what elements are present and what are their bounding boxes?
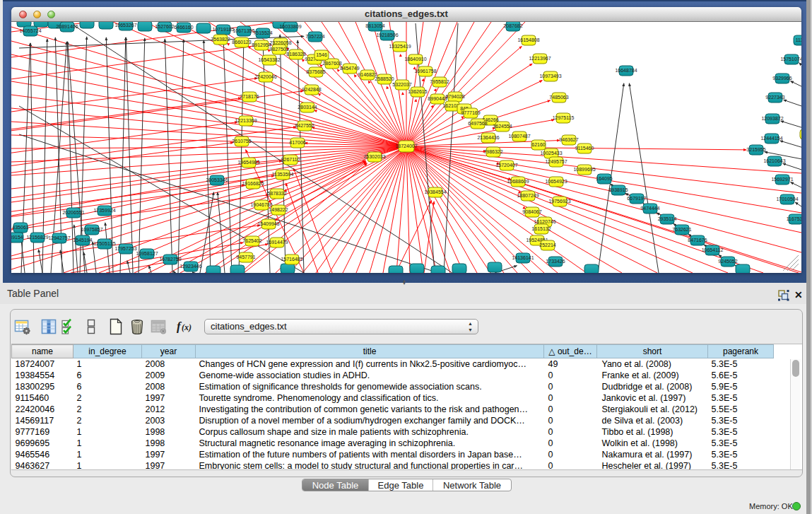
svg-text:20891406: 20891406 — [56, 24, 78, 29]
svg-text:8427552: 8427552 — [295, 123, 314, 128]
svg-text:6794028: 6794028 — [445, 94, 464, 99]
svg-text:16210643: 16210643 — [763, 158, 785, 163]
svg-text:9463627: 9463627 — [559, 137, 578, 142]
svg-text:39154: 39154 — [11, 235, 23, 240]
svg-text:1733426: 1733426 — [546, 259, 565, 264]
svg-text:8912954: 8912954 — [252, 42, 271, 47]
svg-text:7563822: 7563822 — [211, 37, 230, 42]
svg-text:20206551: 20206551 — [62, 210, 84, 215]
svg-text:6497568: 6497568 — [468, 121, 487, 126]
svg-text:8186328: 8186328 — [286, 52, 305, 57]
svg-text:22420046: 22420046 — [254, 74, 276, 79]
svg-text:8375685: 8375685 — [306, 69, 325, 74]
svg-text:10654112: 10654112 — [702, 247, 724, 252]
svg-text:19218506: 19218506 — [376, 33, 398, 37]
svg-text:19756923: 19756923 — [548, 199, 570, 204]
svg-text:10975857: 10975857 — [81, 227, 102, 232]
svg-text:10973493: 10973493 — [539, 74, 561, 78]
svg-text:9115460: 9115460 — [575, 146, 594, 151]
svg-text:12093872: 12093872 — [761, 116, 783, 121]
svg-text:1527602: 1527602 — [155, 24, 174, 29]
svg-text:12505135: 12505135 — [93, 241, 115, 246]
svg-text:14055724: 14055724 — [19, 28, 41, 33]
svg-text:252214: 252214 — [539, 243, 555, 247]
svg-text:2718176: 2718176 — [240, 94, 259, 99]
svg-text:12156829: 12156829 — [26, 235, 48, 240]
svg-text:10025433: 10025433 — [540, 151, 562, 156]
svg-text:1112: 1112 — [796, 37, 801, 42]
svg-text:7625402: 7625402 — [242, 238, 261, 243]
svg-text:7515524: 7515524 — [253, 30, 272, 35]
svg-text:15716485: 15716485 — [281, 257, 302, 262]
svg-text:2588520: 2588520 — [375, 76, 394, 81]
svg-text:9777169: 9777169 — [461, 110, 480, 115]
svg-text:2803144: 2803144 — [298, 105, 317, 110]
svg-text:16033809: 16033809 — [279, 24, 301, 29]
svg-text:19046786: 19046786 — [250, 202, 272, 207]
svg-text:14136141: 14136141 — [512, 255, 534, 260]
svg-text:16914479: 16914479 — [266, 240, 288, 245]
svg-text:12444154: 12444154 — [760, 136, 782, 141]
svg-text:7357224: 7357224 — [305, 34, 324, 39]
svg-text:12213369: 12213369 — [235, 118, 257, 123]
svg-text:15692971: 15692971 — [771, 177, 793, 182]
svg-text:9245052: 9245052 — [718, 259, 737, 264]
svg-text:10958127: 10958127 — [136, 251, 158, 256]
svg-text:10654923: 10654923 — [545, 179, 567, 184]
svg-text:8813054: 8813054 — [365, 23, 384, 28]
svg-text:16648784: 16648784 — [615, 68, 637, 73]
svg-text:16961758: 16961758 — [414, 69, 436, 74]
svg-text:15751074: 15751074 — [780, 57, 801, 62]
svg-text:17010504: 17010504 — [776, 197, 798, 201]
svg-text:20053346: 20053346 — [206, 177, 228, 182]
svg-text:9227343: 9227343 — [765, 95, 784, 100]
svg-text:417006: 417006 — [289, 140, 305, 145]
svg-text:8938915: 8938915 — [608, 187, 628, 192]
svg-text:25302033: 25302033 — [363, 154, 385, 159]
svg-text:5322037: 5322037 — [392, 82, 411, 87]
svg-text:7485063: 7485063 — [549, 95, 568, 100]
svg-text:9084067: 9084067 — [522, 209, 541, 214]
svg-text:16782759: 16782759 — [159, 257, 181, 262]
svg-text:6466160: 6466160 — [174, 25, 193, 30]
svg-text:3215955: 3215955 — [746, 147, 765, 152]
svg-text:10653267: 10653267 — [114, 23, 136, 28]
svg-text:1615132: 1615132 — [531, 226, 551, 231]
svg-text:2610755: 2610755 — [232, 139, 251, 144]
svg-text:5878332: 5878332 — [267, 191, 286, 196]
svg-text:16154808: 16154808 — [517, 37, 539, 42]
svg-text:1167534: 1167534 — [787, 216, 801, 221]
svg-text:10688609: 10688609 — [507, 179, 529, 184]
svg-text:18640910: 18640910 — [404, 57, 426, 62]
svg-text:(x): (x) — [182, 322, 192, 332]
svg-text:17359924: 17359924 — [93, 208, 115, 213]
svg-text:2087682: 2087682 — [503, 23, 522, 28]
svg-text:7955812: 7955812 — [430, 79, 449, 84]
svg-text:16543382: 16543382 — [258, 57, 280, 62]
svg-text:7632621: 7632621 — [672, 227, 691, 232]
svg-text:2867608: 2867608 — [322, 61, 341, 66]
svg-text:8267110: 8267110 — [281, 157, 300, 162]
svg-text:8454749: 8454749 — [340, 66, 359, 71]
svg-text:19384554: 19384554 — [424, 189, 446, 194]
svg-text:9827503: 9827503 — [269, 47, 288, 52]
svg-text:13325419: 13325419 — [389, 44, 411, 49]
svg-text:7986322: 7986322 — [483, 149, 502, 154]
svg-text:15409948: 15409948 — [257, 221, 279, 226]
svg-text:12923446: 12923446 — [180, 264, 201, 269]
svg-text:12495757: 12495757 — [545, 159, 567, 164]
svg-text:9242848: 9242848 — [302, 87, 321, 92]
svg-text:18807249: 18807249 — [517, 193, 539, 198]
svg-text:435061: 435061 — [12, 225, 28, 230]
svg-text:8660123: 8660123 — [232, 40, 251, 45]
svg-text:9329966: 9329966 — [772, 76, 792, 81]
svg-text:1545194: 1545194 — [73, 238, 92, 243]
svg-text:164095: 164095 — [596, 176, 612, 181]
svg-text:1546: 1546 — [316, 52, 327, 57]
svg-text:6679197: 6679197 — [627, 196, 646, 201]
svg-text:18724007: 18724007 — [395, 144, 417, 148]
svg-text:10807487: 10807487 — [508, 134, 530, 139]
svg-text:9474444: 9474444 — [640, 206, 659, 211]
svg-text:1498222: 1498222 — [269, 207, 288, 212]
svg-text:2935114: 2935114 — [658, 216, 677, 221]
